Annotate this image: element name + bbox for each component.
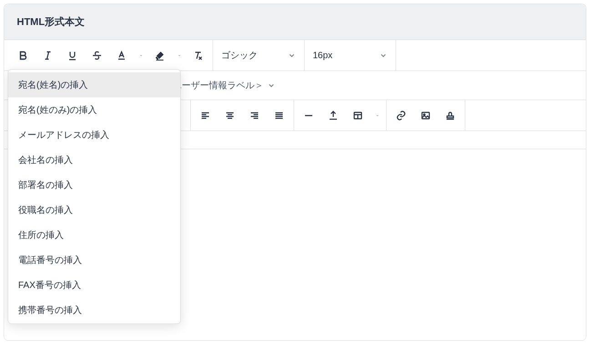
panel-title: HTML形式本文 — [17, 15, 573, 29]
clear-format-icon — [193, 50, 203, 61]
image-icon — [420, 110, 431, 121]
editor-content-area[interactable]: 宛名(姓名)の挿入宛名(姓のみ)の挿入メールアドレスの挿入会社名の挿入部署名の挿… — [4, 149, 586, 340]
italic-button[interactable] — [38, 46, 58, 66]
table-chevron[interactable] — [372, 106, 381, 126]
menu-item[interactable]: 部署名の挿入 — [8, 172, 180, 197]
chevron-down-icon — [267, 81, 275, 90]
align-left-icon — [200, 110, 211, 121]
menu-item[interactable]: FAX番号の挿入 — [8, 273, 180, 298]
panel-header: HTML形式本文 — [4, 4, 586, 40]
highlight-chevron[interactable] — [174, 46, 183, 66]
table-button[interactable] — [348, 106, 368, 126]
menu-item[interactable]: メールアドレスの挿入 — [8, 122, 180, 147]
table-icon — [352, 110, 363, 121]
font-size-select[interactable]: 16px — [305, 40, 396, 71]
font-size-value: 16px — [313, 50, 332, 61]
upload-icon — [328, 110, 339, 121]
bold-button[interactable] — [13, 46, 33, 66]
chevron-down-icon — [379, 51, 387, 60]
align-justify-icon — [274, 110, 285, 121]
menu-item[interactable]: 住所の挿入 — [8, 222, 180, 248]
media-group — [387, 100, 465, 131]
align-right-icon — [249, 110, 260, 121]
highlight-icon — [154, 50, 165, 61]
svg-rect-31 — [422, 112, 429, 119]
align-justify-button[interactable] — [269, 106, 289, 126]
align-group — [191, 100, 294, 131]
menu-item[interactable]: 電話番号の挿入 — [8, 248, 180, 273]
strikethrough-button[interactable] — [87, 46, 107, 66]
toolbar-spacer-3 — [465, 100, 586, 131]
horizontal-rule-button[interactable] — [299, 106, 319, 126]
align-right-button[interactable] — [244, 106, 264, 126]
font-family-select[interactable]: ゴシック — [213, 40, 304, 71]
text-color-chevron[interactable] — [136, 46, 145, 66]
underline-button[interactable] — [62, 46, 82, 66]
lead-label-menu-scroll[interactable]: 宛名(姓名)の挿入宛名(姓のみ)の挿入メールアドレスの挿入会社名の挿入部署名の挿… — [8, 70, 180, 324]
chevron-down-icon — [178, 53, 181, 58]
menu-item[interactable]: 役職名の挿入 — [8, 197, 180, 222]
lead-label-menu: 宛名(姓名)の挿入宛名(姓のみ)の挿入メールアドレスの挿入会社名の挿入部署名の挿… — [8, 69, 181, 324]
clear-format-button[interactable] — [188, 46, 208, 66]
image-button[interactable] — [416, 106, 436, 126]
chevron-down-icon — [376, 113, 379, 118]
insert-group — [294, 100, 387, 131]
align-left-button[interactable] — [195, 106, 215, 126]
align-center-button[interactable] — [220, 106, 240, 126]
stamp-icon — [445, 110, 456, 121]
menu-item[interactable]: 携帯番号の挿入 — [8, 298, 180, 323]
text-color-button[interactable] — [112, 46, 132, 66]
minus-icon — [303, 110, 314, 121]
toolbar-spacer — [396, 40, 586, 71]
font-size-select-group: 16px — [305, 40, 396, 71]
stamp-button[interactable] — [440, 106, 460, 126]
chevron-down-icon — [140, 53, 142, 58]
editor-panel: HTML形式本文 — [4, 4, 586, 341]
menu-item[interactable]: 宛名(姓のみ)の挿入 — [8, 97, 180, 122]
menu-item[interactable]: 宛名(姓名)の挿入 — [8, 72, 180, 97]
align-center-icon — [224, 110, 235, 121]
link-button[interactable] — [391, 106, 411, 126]
text-color-icon — [116, 50, 127, 61]
highlight-button[interactable] — [150, 46, 170, 66]
underline-icon — [67, 50, 78, 61]
italic-icon — [42, 50, 53, 61]
font-family-value: ゴシック — [221, 49, 258, 61]
menu-item[interactable]: 会社名の挿入 — [8, 147, 180, 172]
format-group — [4, 40, 213, 71]
link-icon — [396, 110, 407, 121]
strikethrough-icon — [92, 50, 102, 61]
svg-line-2 — [47, 52, 49, 59]
font-family-select-group: ゴシック — [213, 40, 305, 71]
toolbar-row-1: ゴシック 16px — [4, 40, 586, 71]
upload-button[interactable] — [323, 106, 343, 126]
bold-icon — [18, 50, 29, 61]
chevron-down-icon — [288, 51, 296, 60]
